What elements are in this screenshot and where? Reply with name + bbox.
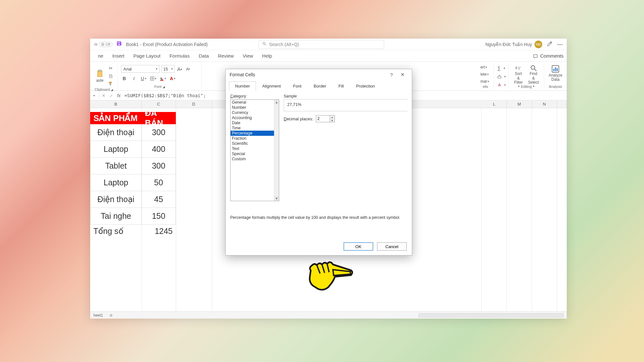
dialog-tabs: Number Alignment Font Border Fill Protec… [226, 80, 412, 91]
category-item[interactable]: Custom [231, 156, 279, 162]
delete-cells[interactable]: lete ▾ [480, 72, 490, 77]
category-item[interactable]: Number [231, 105, 279, 110]
dialog-tab-font[interactable]: Font [287, 81, 308, 91]
borders-icon[interactable]: ▾ [150, 75, 156, 82]
col-d[interactable]: D [176, 100, 212, 108]
svg-rect-3 [110, 75, 112, 78]
add-sheet-icon[interactable]: ⊕ [109, 313, 113, 318]
enter-formula-icon[interactable]: ✓ [108, 93, 115, 98]
format-painter-icon[interactable] [108, 80, 114, 87]
font-select[interactable]: Arial▾ [121, 65, 160, 73]
category-item[interactable]: General [231, 100, 279, 105]
category-item[interactable]: Fraction [231, 136, 279, 141]
spinner-up-icon[interactable]: ▲ [330, 116, 335, 119]
data-table: SẢN PHẨM ĐÃ BÁN Điện thoại300 Laptop400 … [90, 112, 176, 237]
decimal-places-spinner[interactable]: ▲ ▼ [316, 115, 335, 122]
category-item[interactable]: Date [231, 120, 279, 125]
dialog-tab-alignment[interactable]: Alignment [256, 81, 287, 91]
editing-label: Editing [509, 84, 544, 88]
dialog-tab-border[interactable]: Border [308, 81, 332, 91]
fx-label[interactable]: fx [115, 93, 123, 98]
font-color-icon[interactable]: A▾ [169, 75, 176, 82]
increase-font-icon[interactable]: A▴ [176, 66, 183, 72]
tab-help[interactable]: Help [258, 53, 277, 59]
decimal-places-input[interactable] [316, 116, 330, 121]
fill-icon[interactable] [497, 73, 502, 80]
spinner-down-icon[interactable]: ▼ [330, 119, 335, 122]
document-title: Book1 - Excel (Product Activation Failed… [126, 42, 208, 47]
analyze-data-button[interactable]: Analyze Data [547, 64, 564, 82]
category-list[interactable]: General Number Currency Accounting Date … [230, 99, 279, 201]
svg-rect-7 [160, 80, 164, 80]
pen-icon[interactable] [547, 41, 553, 48]
dialog-close-icon[interactable]: ✕ [397, 72, 408, 78]
table-row[interactable]: Điện thoại45 [90, 191, 176, 208]
minimize-icon[interactable]: — [557, 41, 563, 48]
category-item[interactable]: Text [231, 146, 279, 151]
fill-color-icon[interactable]: ▾ [160, 75, 166, 82]
category-item[interactable]: Time [231, 125, 279, 131]
category-item[interactable]: Scientific [231, 141, 279, 146]
col-b[interactable]: B [90, 100, 142, 108]
clipboard-label: Clipboard ◢ [93, 87, 114, 91]
sheet-tab[interactable]: heet1 [93, 313, 103, 318]
tab-review[interactable]: Review [213, 53, 238, 59]
tab-home[interactable]: ne [93, 53, 108, 59]
cancel-button[interactable]: Cancel [377, 242, 407, 251]
tab-insert[interactable]: Insert [108, 53, 129, 59]
horizontal-scrollbar[interactable] [419, 313, 564, 317]
save-icon[interactable] [116, 41, 122, 48]
list-scrollbar[interactable]: ▲ ▼ [274, 100, 279, 201]
svg-line-10 [535, 69, 536, 71]
scroll-down-icon[interactable]: ▼ [274, 196, 279, 201]
decrease-font-icon[interactable]: A▾ [185, 66, 191, 72]
bold-icon[interactable]: B [121, 75, 128, 82]
category-item[interactable]: Special [231, 151, 279, 156]
col-c[interactable]: C [142, 100, 176, 108]
table-row[interactable]: Tablet300 [90, 158, 176, 174]
italic-icon[interactable]: I [131, 75, 137, 82]
underline-icon[interactable]: U▾ [140, 75, 147, 82]
category-item-selected[interactable]: Percentage [231, 131, 279, 136]
copy-icon[interactable] [108, 73, 114, 79]
category-item[interactable]: Accounting [231, 115, 279, 120]
paste-button[interactable]: aste [93, 65, 106, 87]
table-total-row[interactable]: Tổng số 1245 [90, 225, 176, 237]
tab-view[interactable]: View [238, 53, 258, 59]
table-row[interactable]: Tai nghe150 [90, 208, 176, 225]
dialog-title: Format Cells [230, 72, 255, 77]
autosave-toggle[interactable]: Off [99, 42, 112, 47]
dialog-tab-protection[interactable]: Protection [350, 81, 381, 91]
cells-label: ells [480, 84, 490, 88]
table-row[interactable]: Laptop400 [90, 141, 176, 158]
clear-icon[interactable] [497, 82, 502, 88]
format-cells[interactable]: mat ▾ [480, 79, 490, 84]
table-row[interactable]: Laptop50 [90, 174, 176, 191]
category-item[interactable]: Currency [231, 110, 279, 115]
col-n[interactable]: N [532, 100, 557, 108]
header-product: SẢN PHẨM [90, 112, 142, 124]
tab-formulas[interactable]: Formulas [165, 53, 194, 59]
tab-data[interactable]: Data [194, 53, 213, 59]
scroll-up-icon[interactable]: ▲ [274, 100, 279, 105]
avatar[interactable]: NĐ [535, 41, 542, 48]
dialog-help-icon[interactable]: ? [386, 72, 397, 78]
autosum-icon[interactable]: ∑ [497, 65, 501, 71]
size-select[interactable]: 15▾ [162, 65, 175, 73]
tab-page-layout[interactable]: Page Layout [129, 53, 165, 59]
svg-rect-1 [99, 70, 101, 71]
table-row[interactable]: Điện thoại300 [90, 124, 176, 141]
search-box[interactable]: Search (Alt+Q) [259, 40, 384, 49]
pointer-hand-icon [306, 257, 354, 296]
ok-button[interactable]: OK [344, 242, 373, 251]
header-sold: ĐÃ BÁN [142, 112, 176, 124]
dialog-tab-fill[interactable]: Fill [332, 81, 350, 91]
col-m[interactable]: M [507, 100, 532, 108]
comments-button[interactable]: Comments [533, 53, 564, 59]
cancel-formula-icon[interactable]: ✕ [100, 93, 108, 98]
cut-icon[interactable]: ✂ [108, 65, 114, 71]
name-box-dropdown[interactable]: ▾ [93, 94, 99, 97]
dialog-tab-number[interactable]: Number [229, 81, 256, 91]
col-l[interactable]: L [482, 100, 507, 108]
insert-cells[interactable]: ert ▾ [480, 65, 490, 70]
